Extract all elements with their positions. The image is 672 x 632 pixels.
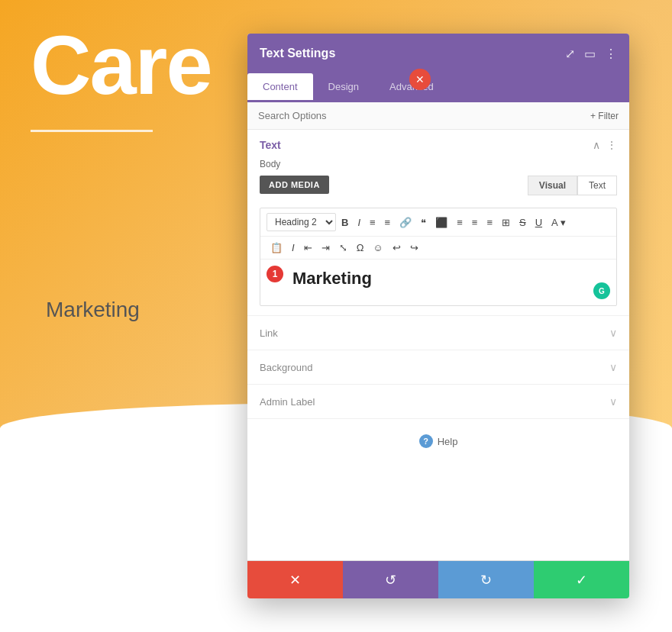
- cancel-button[interactable]: ✕: [247, 561, 343, 598]
- redo-button[interactable]: ↻: [438, 561, 534, 598]
- editor-area: Heading 2 Paragraph Heading 1 Heading 3 …: [260, 208, 617, 306]
- background-chevron-icon: ∨: [609, 361, 617, 373]
- tab-design[interactable]: Design: [313, 73, 374, 102]
- save-button[interactable]: ✓: [534, 561, 629, 598]
- background-label: Background: [260, 362, 312, 373]
- text-collapse-icon[interactable]: ∧: [593, 139, 600, 151]
- strikethrough-button[interactable]: S: [515, 214, 530, 231]
- background-marketing: Marketing: [46, 298, 140, 322]
- undo-editor-button[interactable]: ↩: [389, 240, 405, 256]
- panel-title: Text Settings: [260, 47, 335, 60]
- background-divider: [31, 130, 153, 132]
- tab-bar: Content Design Advanced: [247, 73, 629, 102]
- italic-button[interactable]: I: [354, 214, 364, 231]
- table-button[interactable]: ⊞: [498, 214, 514, 231]
- search-input[interactable]: [258, 110, 590, 121]
- help-label[interactable]: Help: [438, 436, 458, 447]
- columns-icon[interactable]: ▭: [584, 47, 596, 61]
- text-toggle-button[interactable]: Text: [577, 176, 617, 195]
- emoji-button[interactable]: ☺: [369, 240, 386, 256]
- color-button[interactable]: A ▾: [548, 214, 570, 231]
- editor-toggle: Visual Text: [528, 176, 617, 195]
- filter-button[interactable]: + Filter: [590, 111, 619, 121]
- help-row: ? Help: [247, 419, 629, 463]
- link-label: Link: [260, 327, 278, 339]
- align-right-button[interactable]: ≡: [468, 214, 482, 231]
- toolbar-row1: Heading 2 Paragraph Heading 1 Heading 3 …: [260, 208, 616, 237]
- link-button[interactable]: 🔗: [396, 214, 415, 231]
- outdent-button[interactable]: ⇤: [300, 240, 316, 256]
- step-badge: 1: [267, 266, 283, 282]
- text-section: Text ∧ ⋮ Body ADD MEDIA Visual Text: [247, 130, 629, 316]
- special-chars-button[interactable]: Ω: [353, 240, 368, 256]
- undo-button[interactable]: ↺: [343, 561, 438, 598]
- underline-button[interactable]: U: [531, 214, 546, 231]
- fullscreen-icon[interactable]: ⤢: [565, 47, 575, 61]
- redo-editor-button[interactable]: ↪: [406, 240, 422, 256]
- link-chevron-icon: ∨: [609, 327, 617, 339]
- editor-content[interactable]: 1 Marketing G: [260, 260, 616, 305]
- body-label: Body: [260, 159, 617, 169]
- admin-label-chevron-icon: ∨: [609, 395, 617, 408]
- admin-label-label: Admin Label: [260, 396, 315, 408]
- search-bar: + Filter: [247, 102, 629, 130]
- bold-button[interactable]: B: [338, 214, 352, 231]
- italic2-button[interactable]: I: [288, 240, 299, 256]
- heading-select[interactable]: Heading 2 Paragraph Heading 1 Heading 3 …: [267, 213, 336, 231]
- tab-content[interactable]: Content: [247, 73, 313, 102]
- link-section[interactable]: Link ∨: [247, 316, 629, 350]
- editor-heading: Marketing: [292, 269, 606, 289]
- grammarly-icon: G: [593, 282, 610, 299]
- fullscreen-editor-button[interactable]: ⤡: [335, 240, 351, 256]
- blockquote-button[interactable]: ❝: [417, 214, 430, 231]
- background-section[interactable]: Background ∨: [247, 350, 629, 385]
- align-left-button[interactable]: ⬛: [431, 214, 451, 231]
- panel-header: Text Settings ⤢ ▭ ⋮: [247, 34, 629, 73]
- paste-button[interactable]: 📋: [267, 240, 286, 256]
- text-more-icon[interactable]: ⋮: [606, 139, 617, 151]
- indent-button[interactable]: ⇥: [318, 240, 334, 256]
- admin-label-section[interactable]: Admin Label ∨: [247, 385, 629, 419]
- help-icon[interactable]: ?: [419, 434, 433, 448]
- add-media-button[interactable]: ADD MEDIA: [260, 176, 329, 194]
- text-section-title: Text: [260, 139, 281, 151]
- toolbar-row2: 📋 I ⇤ ⇥ ⤡ Ω ☺ ↩ ↪: [260, 237, 616, 260]
- align-justify-button[interactable]: ≡: [483, 214, 496, 231]
- panel-body: Text ∧ ⋮ Body ADD MEDIA Visual Text: [247, 130, 629, 560]
- ordered-list-button[interactable]: ≡: [381, 214, 395, 231]
- align-center-button[interactable]: ≡: [453, 214, 467, 231]
- more-options-icon[interactable]: ⋮: [605, 47, 617, 61]
- panel-header-icons: ⤢ ▭ ⋮: [565, 47, 617, 61]
- text-settings-panel: Text Settings ⤢ ▭ ⋮ Content Design Advan…: [247, 34, 629, 598]
- text-section-controls: ∧ ⋮: [593, 139, 617, 151]
- visual-toggle-button[interactable]: Visual: [528, 176, 577, 195]
- panel-footer: ✕ ↺ ↻ ✓: [247, 560, 629, 598]
- text-section-header: Text ∧ ⋮: [260, 139, 617, 151]
- close-button[interactable]: ✕: [409, 69, 431, 90]
- unordered-list-button[interactable]: ≡: [366, 214, 380, 231]
- background-heading: Care: [31, 23, 212, 107]
